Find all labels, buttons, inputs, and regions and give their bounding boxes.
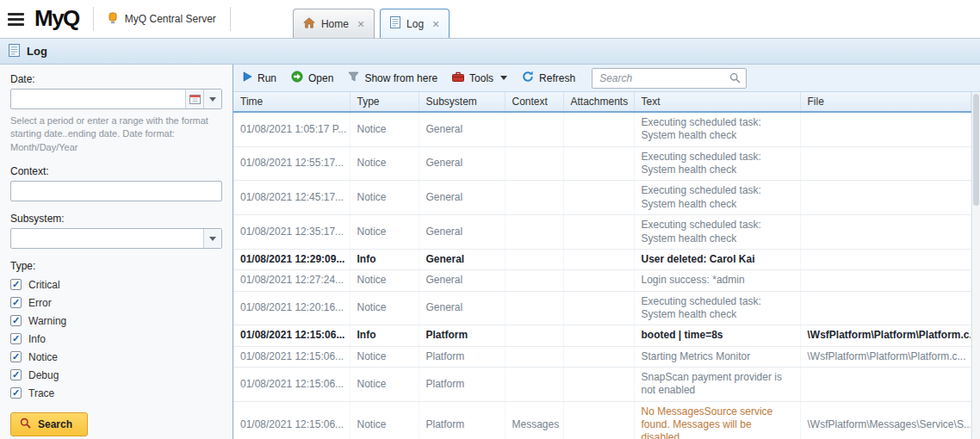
checkbox-icon[interactable]: ✓: [10, 387, 22, 399]
tab-home[interactable]: Home ×: [293, 9, 375, 38]
cell-type: Notice: [350, 215, 419, 250]
run-icon: [243, 71, 252, 84]
vertical-scrollbar[interactable]: [971, 92, 980, 439]
cell-subsystem: Platform: [419, 368, 505, 402]
type-checkbox-notice[interactable]: ✓ Notice: [10, 348, 222, 366]
server-tab[interactable]: MyQ Central Server: [94, 0, 230, 38]
show-from-here-label: Show from here: [364, 72, 437, 84]
checkbox-icon[interactable]: ✓: [10, 315, 22, 326]
type-checkbox-trace[interactable]: ✓ Trace: [10, 384, 222, 402]
type-checkbox-debug[interactable]: ✓ Debug: [10, 366, 222, 384]
date-dropdown-caret[interactable]: [203, 90, 221, 108]
table-row[interactable]: 01/08/2021 1:05:17 P... Notice General E…: [233, 112, 971, 146]
table-row[interactable]: 01/08/2021 12:29:09... Info General User…: [233, 249, 971, 269]
context-input[interactable]: [10, 181, 222, 201]
cell-subsystem: General: [419, 270, 505, 291]
cell-time: 01/08/2021 1:05:17 P...: [233, 112, 350, 146]
scrollbar-thumb[interactable]: [973, 94, 979, 206]
table-header-row: Time Type Subsystem Context Attachments …: [233, 92, 971, 112]
cell-context: Messages: [505, 401, 563, 439]
subsystem-dropdown-caret[interactable]: [203, 229, 221, 248]
run-button[interactable]: Run: [243, 71, 276, 84]
refresh-icon: [522, 71, 534, 85]
checkbox-icon[interactable]: ✓: [10, 297, 22, 308]
checkbox-label: Critical: [28, 279, 60, 291]
cell-text: SnapScan payment provider is not enabled: [634, 368, 800, 402]
column-header-file[interactable]: File: [800, 92, 971, 112]
cell-subsystem: General: [419, 181, 505, 215]
cell-context: [505, 249, 563, 269]
tab-log[interactable]: Log ×: [380, 9, 450, 38]
cell-text: Executing scheduled task: System health …: [634, 291, 800, 325]
grid-search-input[interactable]: [592, 68, 747, 89]
table-row[interactable]: 01/08/2021 12:15:06... Info Platform boo…: [233, 325, 971, 346]
checkbox-icon[interactable]: ✓: [10, 333, 22, 344]
page-title: Log: [27, 45, 47, 58]
open-button[interactable]: Open: [291, 71, 333, 85]
cell-file: \WsfPlatform\Platform\Platform.c...: [800, 325, 971, 346]
tab-label: Home: [321, 18, 349, 30]
type-filter-list: ✓ Critical ✓ Error ✓ Warning ✓ Info ✓ No…: [10, 275, 222, 402]
show-from-here-button[interactable]: Show from here: [348, 71, 437, 84]
table-row[interactable]: 01/08/2021 12:55:17... Notice General Ex…: [233, 146, 971, 181]
checkbox-icon[interactable]: ✓: [10, 279, 22, 290]
cell-attachments: [563, 215, 634, 250]
tab-close-icon[interactable]: ×: [357, 17, 364, 31]
cell-type: Notice: [350, 270, 419, 291]
table-row[interactable]: 01/08/2021 12:15:06... Notice Platform S…: [233, 368, 971, 402]
column-header-time[interactable]: Time: [233, 92, 350, 112]
cell-file: [800, 215, 971, 250]
type-checkbox-info[interactable]: ✓ Info: [10, 330, 222, 348]
table-row[interactable]: 01/08/2021 12:15:06... Notice Platform M…: [233, 401, 971, 439]
table-row[interactable]: 01/08/2021 12:35:17... Notice General Ex…: [233, 215, 971, 250]
cell-file: [800, 249, 971, 269]
hamburger-menu-icon[interactable]: [0, 10, 29, 28]
tools-button[interactable]: Tools: [452, 71, 507, 84]
column-header-attachments[interactable]: Attachments: [563, 92, 634, 112]
tab-strip: Home × Log ×: [293, 9, 450, 38]
column-header-type[interactable]: Type: [350, 92, 419, 112]
cell-attachments: [563, 291, 634, 325]
search-button[interactable]: Search: [10, 412, 88, 436]
cell-time: 01/08/2021 12:15:06...: [233, 368, 350, 402]
table-row[interactable]: 01/08/2021 12:15:06... Notice Platform S…: [233, 346, 971, 367]
cell-type: Notice: [350, 401, 419, 439]
cell-attachments: [563, 368, 634, 402]
checkbox-icon[interactable]: ✓: [10, 351, 22, 362]
calendar-icon[interactable]: [185, 90, 203, 108]
column-header-subsystem[interactable]: Subsystem: [419, 92, 505, 112]
cell-context: [505, 146, 563, 181]
cell-time: 01/08/2021 12:15:06...: [233, 346, 350, 367]
table-row[interactable]: 01/08/2021 12:20:16... Notice General Ex…: [233, 291, 971, 325]
type-checkbox-critical[interactable]: ✓ Critical: [10, 275, 222, 294]
cell-attachments: [563, 325, 634, 346]
column-header-context[interactable]: Context: [505, 92, 563, 112]
table-row[interactable]: 01/08/2021 12:45:17... Notice General Ex…: [233, 181, 971, 215]
table-row[interactable]: 01/08/2021 12:27:24... Notice General Lo…: [233, 270, 971, 291]
run-label: Run: [257, 72, 276, 84]
cell-type: Notice: [350, 346, 419, 367]
subsystem-select[interactable]: [10, 228, 222, 249]
cell-time: 01/08/2021 12:35:17...: [233, 215, 350, 250]
cell-time: 01/08/2021 12:45:17...: [233, 181, 350, 215]
cell-time: 01/08/2021 12:55:17...: [233, 146, 350, 181]
refresh-button[interactable]: Refresh: [522, 71, 575, 85]
cell-subsystem: General: [419, 291, 505, 325]
type-checkbox-warning[interactable]: ✓ Warning: [10, 312, 222, 330]
checkbox-icon[interactable]: ✓: [10, 369, 22, 380]
content-area: Date: Select a period or enter a range w…: [0, 65, 980, 439]
column-header-text[interactable]: Text: [634, 92, 800, 112]
checkbox-label: Info: [28, 333, 46, 345]
cell-subsystem: General: [419, 249, 505, 269]
date-hint: Select a period or enter a range with th…: [10, 114, 222, 154]
tab-close-icon[interactable]: ×: [432, 17, 439, 31]
type-checkbox-error[interactable]: ✓ Error: [10, 294, 222, 312]
divider: [230, 7, 231, 31]
cell-context: [505, 346, 563, 367]
cell-context: [505, 215, 563, 250]
cell-subsystem: Platform: [419, 401, 505, 439]
cell-time: 01/08/2021 12:15:06...: [233, 401, 350, 439]
checkbox-label: Debug: [28, 369, 59, 381]
funnel-icon: [348, 71, 359, 84]
log-panel: Run Open Show from here: [233, 65, 980, 439]
